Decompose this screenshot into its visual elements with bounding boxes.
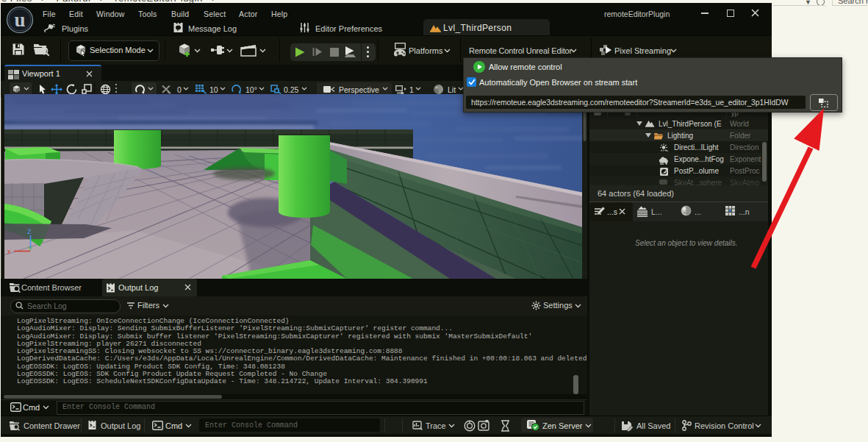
svg-text:Z: Z (27, 228, 32, 235)
svg-text:u: u (14, 9, 25, 31)
svg-text:x: x (7, 248, 11, 255)
